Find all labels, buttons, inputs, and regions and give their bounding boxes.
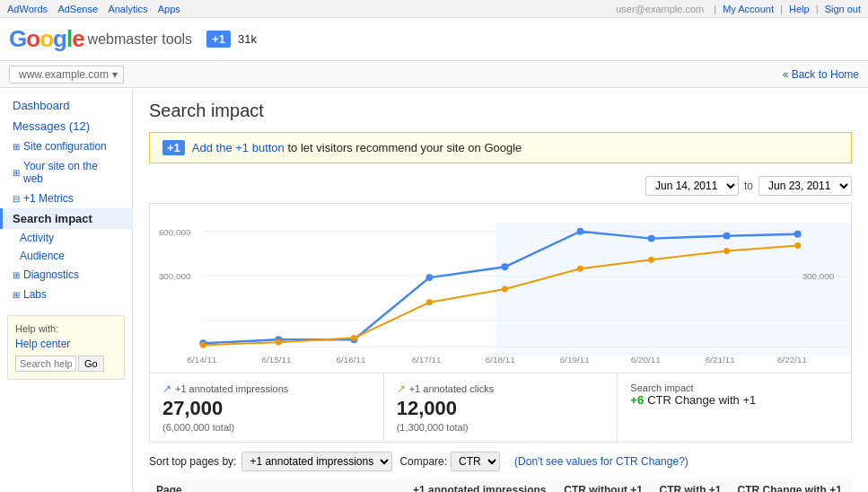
- svg-point-21: [502, 286, 508, 293]
- svg-text:600,000: 600,000: [159, 227, 191, 237]
- plus-one-count: 31k: [238, 32, 257, 46]
- table-header-row: Page +1 annotated impressions CTR withou…: [149, 479, 852, 492]
- page-title: Search impact: [149, 101, 852, 121]
- site-selector-arrow: ▾: [112, 68, 118, 81]
- svg-text:6/22/11: 6/22/11: [777, 355, 807, 365]
- impressions-total: (6,000,000 total): [162, 422, 371, 433]
- sidebar-item-dashboard[interactable]: Dashboard: [0, 95, 132, 116]
- data-table: Page +1 annotated impressions CTR withou…: [149, 479, 852, 492]
- stat-impact: Search impact +6 CTR Change with +1: [618, 373, 851, 442]
- site-url: www.example.com: [19, 68, 109, 81]
- date-separator: to: [744, 180, 753, 192]
- logo-tools-text: webmaster tools: [88, 31, 193, 48]
- analytics-link[interactable]: Analytics: [108, 4, 147, 14]
- plus-icon: ⊞: [13, 290, 20, 300]
- help-link[interactable]: Help: [789, 4, 810, 14]
- svg-point-19: [351, 335, 357, 341]
- add-plus-button-link[interactable]: Add the +1 button: [192, 141, 285, 154]
- sidebar-item-labs[interactable]: ⊞ Labs: [0, 285, 132, 304]
- clicks-value: 12,000: [397, 397, 605, 420]
- topbar-links: AdWords AdSense Analytics Apps: [7, 3, 188, 15]
- topbar: AdWords AdSense Analytics Apps user@exam…: [0, 0, 868, 18]
- plus-banner: +1 Add the +1 button to let visitors rec…: [149, 132, 852, 163]
- stat-clicks: ↗ +1 annotated clicks 12,000 (1,300,000 …: [384, 373, 618, 442]
- sort-select[interactable]: +1 annotated impressions: [241, 452, 392, 471]
- col-header-ctr-without: CTR without +1: [557, 479, 652, 492]
- col-header-impressions: +1 annotated impressions: [406, 479, 557, 492]
- col-header-ctr-change: CTR Change with +1: [730, 479, 852, 492]
- svg-text:6/15/11: 6/15/11: [262, 355, 292, 365]
- help-box: Help with: Help center Go: [7, 315, 125, 380]
- clicks-label: ↗ +1 annotated clicks: [397, 382, 605, 395]
- svg-point-22: [577, 266, 583, 272]
- clicks-total: (1,300,000 total): [397, 422, 605, 433]
- sitebar: www.example.com ▾ « Back to Home: [0, 61, 868, 88]
- plus-one-banner-icon: +1: [162, 140, 185, 155]
- help-center-link[interactable]: Help center: [15, 338, 70, 350]
- search-help-input[interactable]: [15, 356, 76, 372]
- svg-text:6/16/11: 6/16/11: [337, 355, 366, 365]
- apps-link[interactable]: Apps: [158, 4, 180, 14]
- compare-select[interactable]: CTR: [451, 452, 500, 471]
- stats-row: ↗ +1 annotated impressions 27,000 (6,000…: [149, 373, 852, 443]
- svg-text:6/21/11: 6/21/11: [706, 355, 735, 365]
- impact-change-label: CTR Change with +1: [647, 393, 756, 407]
- logo: Google webmaster tools: [9, 25, 192, 53]
- plus-one-icon: +1: [212, 32, 225, 46]
- header: Google webmaster tools +1 31k: [0, 18, 868, 61]
- sidebar-item-site-configuration[interactable]: ⊞ Site configuration: [0, 136, 132, 156]
- clicks-icon: ↗: [397, 382, 406, 395]
- adwords-link[interactable]: AdWords: [7, 4, 48, 14]
- search-help-button[interactable]: Go: [78, 356, 104, 372]
- plus-icon: ⊞: [13, 270, 20, 280]
- compare-label: Compare:: [399, 455, 447, 468]
- sidebar-item-plus-metrics[interactable]: ⊟ +1 Metrics: [0, 189, 132, 208]
- plus-banner-text: Add the +1 button to let visitors recomm…: [192, 141, 522, 154]
- dont-show-link[interactable]: (Don't see values for CTR Change?): [514, 455, 688, 468]
- adsense-link[interactable]: AdSense: [57, 4, 98, 14]
- sidebar-item-your-site[interactable]: ⊞ Your site on the web: [0, 156, 132, 189]
- chart-svg: 600,000 300,000 300,000: [150, 204, 851, 370]
- chart-container: 600,000 300,000 300,000: [149, 203, 852, 373]
- sidebar-item-diagnostics[interactable]: ⊞ Diagnostics: [0, 265, 132, 285]
- plus-banner-suffix: to let visitors recommend your site on G…: [287, 141, 522, 154]
- svg-point-25: [794, 242, 801, 249]
- svg-text:6/14/11: 6/14/11: [188, 355, 217, 365]
- topbar-right: user@example.com | My Account | Help | S…: [612, 4, 861, 14]
- impressions-value: 27,000: [162, 397, 371, 420]
- sidebar-item-search-impact[interactable]: Search impact: [0, 208, 132, 229]
- my-account-link[interactable]: My Account: [723, 4, 774, 14]
- impressions-icon: ↗: [162, 382, 171, 395]
- help-search-form: Go: [15, 356, 117, 372]
- impact-label: Search impact: [630, 382, 838, 393]
- sign-out-link[interactable]: Sign out: [825, 4, 861, 14]
- svg-point-18: [276, 339, 282, 346]
- svg-point-23: [648, 257, 654, 263]
- svg-point-16: [794, 231, 802, 238]
- col-header-page: Page: [149, 479, 406, 492]
- user-email: user@example.com: [616, 4, 704, 14]
- help-with-label: Help with:: [15, 323, 117, 334]
- sidebar-item-audience[interactable]: Audience: [0, 247, 132, 265]
- sidebar-item-activity[interactable]: Activity: [0, 229, 132, 247]
- date-from-select[interactable]: Jun 14, 2011: [645, 176, 739, 196]
- svg-text:6/20/11: 6/20/11: [631, 355, 661, 365]
- svg-point-13: [577, 228, 584, 235]
- sort-row: Sort top pages by: +1 annotated impressi…: [149, 452, 852, 471]
- svg-text:300,000: 300,000: [159, 271, 191, 281]
- svg-text:6/17/11: 6/17/11: [412, 355, 442, 365]
- back-to-home-link[interactable]: « Back to Home: [783, 68, 859, 81]
- plus-one-badge: +1: [206, 31, 231, 48]
- minus-icon: ⊟: [13, 194, 20, 204]
- svg-text:6/18/11: 6/18/11: [486, 355, 515, 365]
- sidebar: Dashboard Messages (12) ⊞ Site configura…: [0, 88, 133, 492]
- date-to-select[interactable]: Jun 23, 2011: [758, 176, 852, 196]
- sidebar-item-messages[interactable]: Messages (12): [0, 116, 132, 136]
- svg-point-14: [648, 235, 655, 242]
- svg-point-24: [723, 248, 730, 254]
- svg-text:6/19/11: 6/19/11: [560, 355, 590, 365]
- svg-point-11: [425, 274, 433, 281]
- site-selector[interactable]: www.example.com ▾: [9, 66, 124, 83]
- impact-change-value: +6: [630, 393, 644, 407]
- svg-point-15: [723, 233, 731, 240]
